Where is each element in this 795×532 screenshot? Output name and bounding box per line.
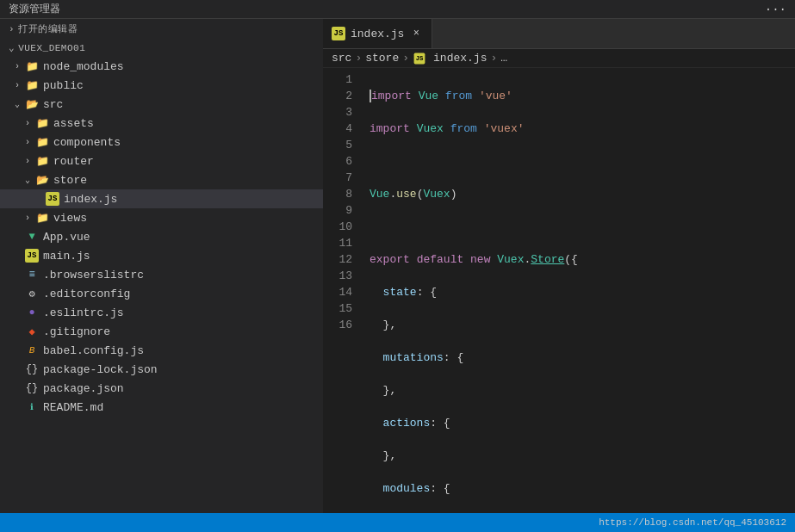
sidebar-item-index-js[interactable]: JS index.js — [0, 189, 323, 208]
sidebar: › 打开的编辑器 ⌄ VUEX_DEMO01 › 📁 node_modules … — [0, 19, 323, 513]
spacer — [10, 325, 24, 338]
breadcrumb-sep3: › — [490, 52, 497, 65]
package-json-label: package.json — [43, 382, 124, 395]
chevron-right-icon: › — [21, 116, 34, 130]
open-editors-header[interactable]: › 打开的编辑器 — [0, 19, 323, 39]
babel-icon: B — [24, 343, 40, 358]
package-lock-label: package-lock.json — [43, 363, 158, 376]
breadcrumb-sep: › — [355, 52, 362, 65]
spacer — [10, 362, 24, 376]
sidebar-item-assets[interactable]: › 📁 assets — [0, 114, 323, 133]
code-line-7: state: { — [370, 284, 795, 300]
project-name: VUEX_DEMO01 — [18, 43, 85, 53]
json-icon: {} — [24, 362, 40, 377]
editorconfig-label: .editorconfig — [43, 288, 130, 300]
breadcrumb-sep2: › — [402, 52, 409, 65]
folder-icon: 📁 — [34, 134, 50, 150]
main-layout: › 打开的编辑器 ⌄ VUEX_DEMO01 › 📁 node_modules … — [0, 19, 795, 513]
sidebar-item-public[interactable]: › 📁 public — [0, 76, 323, 95]
spacer — [10, 400, 24, 414]
folder-icon: 📁 — [24, 77, 40, 93]
js-icon: JS — [24, 248, 40, 263]
chevron-down-icon: ⌄ — [10, 97, 24, 111]
breadcrumb-file: index.js — [433, 52, 487, 65]
code-line-10: }, — [370, 382, 795, 399]
chevron-right-icon: › — [21, 154, 34, 168]
router-label: router — [53, 155, 94, 168]
code-line-3 — [370, 153, 795, 170]
sidebar-item-babel-config[interactable]: B babel.config.js — [0, 341, 323, 360]
breadcrumb: src › store › JS index.js › … — [323, 49, 795, 68]
public-label: public — [43, 79, 84, 92]
breadcrumb-store: store — [365, 52, 399, 65]
sidebar-item-package-lock[interactable]: {} package-lock.json — [0, 360, 323, 379]
spacer — [10, 268, 24, 281]
code-line-12: }, — [370, 448, 795, 464]
views-label: views — [53, 212, 87, 225]
code-content[interactable]: import Vue from 'vue' import Vuex from '… — [366, 68, 795, 513]
sidebar-item-components[interactable]: › 📁 components — [0, 133, 323, 152]
spacer — [31, 192, 45, 206]
folder-open-icon: 📂 — [24, 96, 40, 112]
code-line-4: Vue.use(Vuex) — [370, 186, 795, 202]
tab-close-button[interactable]: × — [409, 27, 423, 40]
tab-bar: JS index.js × — [323, 19, 795, 49]
sidebar-item-eslintrc[interactable]: ● .eslintrc.js — [0, 303, 323, 322]
code-line-11: actions: { — [370, 415, 795, 431]
tab-label: index.js — [351, 28, 404, 40]
index-js-label: index.js — [64, 193, 117, 206]
spacer — [10, 287, 24, 300]
folder-open-icon: 📂 — [34, 172, 50, 188]
spacer — [10, 381, 24, 395]
tab-js-icon: JS — [332, 27, 345, 40]
breadcrumb-js-icon: JS — [414, 53, 425, 64]
spacer — [10, 230, 24, 244]
chevron-down-icon-project: ⌄ — [9, 42, 15, 53]
readme-label: README.md — [43, 401, 103, 414]
watermark: https://blog.csdn.net/qq_45103612 — [599, 517, 786, 528]
code-line-5 — [370, 219, 795, 235]
browserslistrc-label: .browserslistrc — [43, 269, 144, 281]
sidebar-item-gitignore[interactable]: ◆ .gitignore — [0, 322, 323, 341]
top-bar-dots[interactable]: ··· — [765, 3, 786, 16]
code-line-1: import Vue from 'vue' — [370, 88, 795, 104]
breadcrumb-more: … — [500, 52, 507, 65]
project-header[interactable]: ⌄ VUEX_DEMO01 — [0, 39, 323, 57]
sidebar-item-package-json[interactable]: {} package.json — [0, 379, 323, 398]
sidebar-item-editorconfig[interactable]: ⚙ .editorconfig — [0, 284, 323, 303]
code-line-2: import Vuex from 'vuex' — [370, 121, 795, 137]
chevron-right-icon: › — [21, 211, 34, 225]
code-line-8: }, — [370, 317, 795, 333]
code-line-13: modules: { — [370, 480, 795, 497]
eslintrc-label: .eslintrc.js — [43, 306, 124, 319]
src-label: src — [43, 98, 63, 111]
sidebar-items: › 📁 node_modules › 📁 public ⌄ 📂 src › 📁 … — [0, 57, 323, 513]
status-bar: https://blog.csdn.net/qq_45103612 — [0, 513, 795, 532]
sidebar-item-browserslistrc[interactable]: ≡ .browserslistrc — [0, 265, 323, 284]
node-modules-label: node_modules — [43, 60, 124, 73]
tab-index-js[interactable]: JS index.js × — [323, 19, 432, 48]
components-label: components — [53, 136, 121, 149]
sidebar-item-views[interactable]: › 📁 views — [0, 208, 323, 227]
gear-icon: ⚙ — [24, 286, 40, 301]
sidebar-item-app-vue[interactable]: ▼ App.vue — [0, 227, 323, 246]
spacer — [10, 249, 24, 263]
app-vue-label: App.vue — [43, 231, 90, 244]
gitignore-label: .gitignore — [43, 325, 110, 338]
sidebar-item-router[interactable]: › 📁 router — [0, 152, 323, 170]
code-editor: 1 2 3 4 5 6 7 8 9 10 11 12 13 14 15 16 i… — [323, 68, 795, 513]
code-line-6: export default new Vuex.Store({ — [370, 251, 795, 268]
folder-icon: 📁 — [24, 59, 40, 74]
sidebar-item-store[interactable]: ⌄ 📂 store — [0, 170, 323, 189]
git-icon: ◆ — [24, 324, 40, 339]
code-line-9: mutations: { — [370, 350, 795, 366]
sidebar-item-readme[interactable]: ℹ README.md — [0, 398, 323, 417]
sidebar-item-node-modules[interactable]: › 📁 node_modules — [0, 57, 323, 76]
folder-icon: 📁 — [34, 210, 50, 226]
sidebar-item-src[interactable]: ⌄ 📂 src — [0, 95, 323, 114]
folder-icon: 📁 — [34, 115, 50, 131]
folder-icon: 📁 — [34, 153, 50, 169]
chevron-down-icon: › — [9, 24, 15, 34]
editor-area: JS index.js × src › store › JS index.js … — [323, 19, 795, 513]
sidebar-item-main-js[interactable]: JS main.js — [0, 246, 323, 265]
